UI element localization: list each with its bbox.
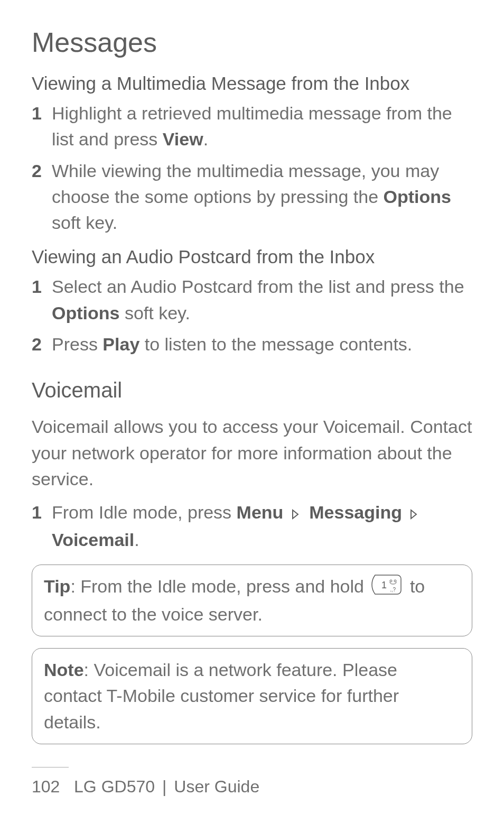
- item-number: 1: [32, 500, 52, 525]
- item-text: From Idle mode, press Menu Messaging Voi…: [52, 500, 472, 553]
- list-item: 1 From Idle mode, press Menu Messaging V…: [32, 500, 472, 553]
- section-heading-multimedia: Viewing a Multimedia Message from the In…: [32, 73, 472, 94]
- svg-text:.,?: .,?: [390, 587, 396, 593]
- page-title: Messages: [32, 26, 472, 58]
- page-number: 102: [32, 777, 60, 796]
- svg-text:1: 1: [381, 580, 387, 590]
- list-item: 1 Select an Audio Postcard from the list…: [32, 274, 472, 326]
- text-post: soft key.: [119, 303, 190, 323]
- list-multimedia: 1 Highlight a retrieved multimedia messa…: [32, 100, 472, 236]
- svg-point-1: [390, 580, 392, 582]
- item-number: 1: [32, 274, 52, 300]
- text-pre: Select an Audio Postcard from the list a…: [52, 276, 464, 297]
- text-post: .: [203, 129, 208, 149]
- item-number: 2: [32, 331, 52, 357]
- text-pre: From Idle mode, press: [52, 502, 237, 522]
- text-bold: Play: [102, 334, 139, 354]
- text-post: soft key.: [52, 212, 117, 233]
- footer-separator: |: [162, 777, 166, 796]
- list-item: 1 Highlight a retrieved multimedia messa…: [32, 100, 472, 153]
- text-bold: Options: [52, 303, 119, 323]
- text-post: .: [134, 530, 139, 550]
- item-number: 1: [32, 100, 52, 126]
- tip-box: Tip: From the Idle mode, press and hold …: [32, 565, 472, 636]
- list-item: 2 While viewing the multimedia message, …: [32, 158, 472, 236]
- item-text: While viewing the multimedia message, yo…: [52, 158, 472, 236]
- svg-point-2: [394, 580, 396, 582]
- text-pre: Press: [52, 334, 102, 354]
- note-text: : Voicemail is a network feature. Please…: [44, 660, 399, 732]
- text-post: to listen to the message contents.: [139, 334, 412, 354]
- voicemail-description: Voicemail allows you to access your Voic…: [32, 414, 472, 492]
- list-audio-postcard: 1 Select an Audio Postcard from the list…: [32, 274, 472, 357]
- text-bold-voicemail: Voicemail: [52, 530, 134, 550]
- text-pre: While viewing the multimedia message, yo…: [52, 161, 439, 207]
- tip-label: Tip: [44, 576, 70, 596]
- note-box: Note: Voicemail is a network feature. Pl…: [32, 648, 472, 744]
- item-text: Press Play to listen to the message cont…: [52, 331, 472, 357]
- text-bold: Options: [384, 187, 451, 207]
- footer: 102 LG GD570|User Guide: [32, 767, 472, 797]
- text-bold-messaging: Messaging: [309, 502, 402, 522]
- arrow-right-icon: [291, 501, 302, 527]
- item-text: Highlight a retrieved multimedia message…: [52, 100, 472, 153]
- list-voicemail: 1 From Idle mode, press Menu Messaging V…: [32, 500, 472, 553]
- tip-pre: : From the Idle mode, press and hold: [70, 576, 369, 596]
- product-name: LG GD570: [74, 777, 155, 796]
- list-item: 2 Press Play to listen to the message co…: [32, 331, 472, 357]
- footer-divider: [32, 767, 69, 767]
- section-heading-voicemail: Voicemail: [32, 378, 472, 402]
- key-1-icon: 1.,?: [371, 575, 403, 602]
- item-text: Select an Audio Postcard from the list a…: [52, 274, 472, 326]
- item-number: 2: [32, 158, 52, 184]
- text-bold: View: [163, 129, 203, 149]
- text-pre: Highlight a retrieved multimedia message…: [52, 103, 452, 149]
- note-label: Note: [44, 660, 84, 680]
- section-heading-audio-postcard: Viewing an Audio Postcard from the Inbox: [32, 246, 472, 267]
- text-bold-menu: Menu: [237, 502, 284, 522]
- arrow-right-icon: [409, 501, 421, 527]
- guide-label: User Guide: [174, 777, 259, 796]
- footer-text: 102 LG GD570|User Guide: [32, 777, 472, 797]
